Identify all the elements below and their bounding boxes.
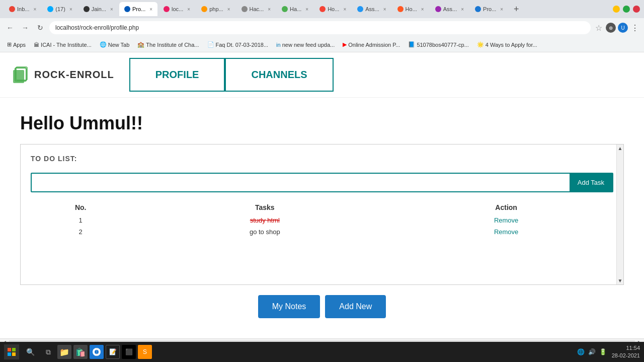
logo-area: ROCK-ENROLL: [10, 65, 114, 85]
task-text: study html: [130, 214, 399, 226]
tab-close-ass1[interactable]: ×: [383, 7, 386, 12]
address-bar-icons: ☆ ⊕ U ⋮: [594, 23, 640, 33]
institute-favicon: 🏫: [137, 41, 144, 48]
bookmark-youtube[interactable]: ▶ Online Admission P...: [340, 40, 403, 49]
tab-close-notif[interactable]: ×: [69, 7, 72, 12]
maximize-button[interactable]: [623, 6, 630, 13]
bm51-favicon: 📘: [408, 41, 415, 48]
scroll-down-icon[interactable]: ▼: [618, 278, 623, 283]
tab-close-ass2[interactable]: ×: [461, 7, 464, 12]
bookmark-label: The Institute of Cha...: [146, 42, 199, 48]
tab-close-profile[interactable]: ×: [149, 7, 152, 12]
browser-window: Inb... × (17) × Jain... × Pro... × loc..…: [0, 0, 644, 345]
menu-icon[interactable]: ⋮: [630, 23, 640, 33]
tab-close-ha[interactable]: ×: [305, 7, 308, 12]
page-content: ROCK-ENROLL PROFILE CHANNELS Hello Ummul…: [0, 52, 644, 345]
new-tab-button[interactable]: +: [509, 2, 523, 16]
bookmark-label: ICAI - The Institute...: [41, 42, 92, 48]
my-notes-button[interactable]: My Notes: [258, 295, 320, 318]
bookmark-faq[interactable]: 📄 Faq Dt. 07-03-2018...: [204, 40, 272, 49]
tab-ho2[interactable]: Ho... ×: [392, 2, 429, 16]
tab-close-ho2[interactable]: ×: [421, 7, 424, 12]
taskbar-search-icon[interactable]: 🔍: [21, 345, 39, 345]
todo-title: TO DO LIST:: [31, 155, 613, 163]
back-button[interactable]: ←: [4, 22, 16, 34]
bookmark-institute[interactable]: 🏫 The Institute of Cha...: [134, 40, 202, 49]
add-new-button[interactable]: Add New: [325, 295, 386, 318]
minimize-button[interactable]: [613, 6, 620, 13]
bookmark-label: New Tab: [108, 42, 130, 48]
task-action[interactable]: Remove: [399, 226, 613, 238]
table-row: 1study htmlRemove: [31, 214, 613, 226]
tab-close-pro2[interactable]: ×: [500, 7, 503, 12]
logo-text: ROCK-ENROLL: [34, 69, 114, 81]
taskbar-task-view-icon[interactable]: ⧉: [41, 345, 55, 345]
taskbar-store-icon[interactable]: 🛍️: [73, 345, 88, 345]
newtab-favicon: 🌐: [100, 41, 107, 48]
task-table: No. Tasks Action 1study htmlRemove2go to…: [31, 200, 613, 238]
taskbar: 🔍 ⧉ 📁 🛍️ 📝 ⬛ S 🌐 🔊 🔋 11:54 28-02-2021: [0, 342, 644, 345]
tab-gmail[interactable]: Inb... ×: [4, 2, 41, 16]
table-row: 2go to shopRemove: [31, 226, 613, 238]
tab-jain[interactable]: Jain... ×: [78, 2, 118, 16]
tab-notif[interactable]: (17) ×: [42, 2, 77, 16]
bookmark-4ways[interactable]: 🌟 4 Ways to Apply for...: [474, 40, 540, 49]
remove-link[interactable]: Remove: [494, 216, 518, 224]
reload-button[interactable]: ↻: [34, 22, 46, 34]
bookmark-star-icon[interactable]: ☆: [594, 23, 604, 33]
tab-ass1[interactable]: Ass... ×: [352, 2, 391, 16]
todo-input[interactable]: [32, 175, 570, 191]
greeting: Hello Ummul!!: [20, 113, 624, 134]
bookmark-icai[interactable]: 🏛 ICAI - The Institute...: [31, 41, 95, 49]
bookmark-label: Apps: [13, 42, 26, 48]
taskbar-terminal-icon[interactable]: ⬛: [122, 345, 136, 345]
remove-link[interactable]: Remove: [494, 228, 518, 236]
linkedin-favicon: in: [276, 42, 281, 48]
bookmark-label: 4 Ways to Apply for...: [486, 42, 537, 48]
bookmark-newtab[interactable]: 🌐 New Tab: [97, 40, 133, 49]
bookmark-linkedin[interactable]: in new new feed upda...: [273, 41, 338, 49]
taskbar-file-explorer-icon[interactable]: 📁: [57, 345, 71, 345]
tab-ha[interactable]: Ha... ×: [277, 2, 313, 16]
close-button[interactable]: [633, 6, 640, 13]
taskbar-editor-icon[interactable]: 📝: [106, 345, 120, 345]
bookmark-apps[interactable]: ⊞ Apps: [4, 40, 29, 49]
task-action[interactable]: Remove: [399, 214, 613, 226]
scroll-up-icon[interactable]: ▲: [618, 146, 623, 151]
tab-ho1[interactable]: Ho... ×: [314, 2, 351, 16]
url-input[interactable]: localhost/rock-enroll/profile.php: [49, 21, 591, 34]
forward-button[interactable]: →: [19, 22, 31, 34]
tab-close-php[interactable]: ×: [227, 7, 230, 12]
start-button[interactable]: [4, 344, 19, 345]
taskbar-clock: 11:54 28-02-2021: [612, 344, 640, 345]
tab-pro2[interactable]: Pro... ×: [470, 2, 508, 16]
profile-icon[interactable]: U: [618, 23, 628, 33]
window-controls: [613, 6, 640, 13]
icai-favicon: 🏛: [34, 42, 39, 48]
tab-close-ho1[interactable]: ×: [343, 7, 346, 12]
tab-close-gmail[interactable]: ×: [33, 7, 36, 12]
taskbar-sublime-icon[interactable]: S: [138, 345, 152, 345]
tab-ass2[interactable]: Ass... ×: [430, 2, 469, 16]
col-no: No.: [31, 200, 130, 214]
4ways-favicon: 🌟: [477, 41, 484, 48]
extensions-icon[interactable]: ⊕: [606, 23, 616, 33]
tab-close-loc[interactable]: ×: [187, 7, 190, 12]
task-text: go to shop: [130, 226, 399, 238]
add-task-button[interactable]: Add Task: [570, 174, 612, 191]
bottom-buttons: My Notes Add New: [20, 285, 624, 323]
tab-hac1[interactable]: Hac... ×: [236, 2, 276, 16]
tab-profile[interactable]: Pro... ×: [119, 2, 157, 16]
tab-close-hac1[interactable]: ×: [268, 7, 271, 12]
taskbar-chrome-icon[interactable]: [90, 345, 104, 345]
scrollbar[interactable]: ▲ ▼: [616, 144, 623, 284]
tab-php[interactable]: php... ×: [196, 2, 235, 16]
tab-loc[interactable]: loc... ×: [158, 2, 195, 16]
bookmark-51078[interactable]: 📘 51078bos40777-cp...: [405, 40, 471, 49]
tab-close-jain[interactable]: ×: [110, 7, 113, 12]
bookmark-label: Online Admission P...: [348, 42, 400, 48]
task-number: 1: [31, 214, 130, 226]
logo-icon: [10, 65, 30, 85]
channels-tab[interactable]: CHANNELS: [225, 58, 333, 92]
profile-tab[interactable]: PROFILE: [129, 58, 225, 92]
